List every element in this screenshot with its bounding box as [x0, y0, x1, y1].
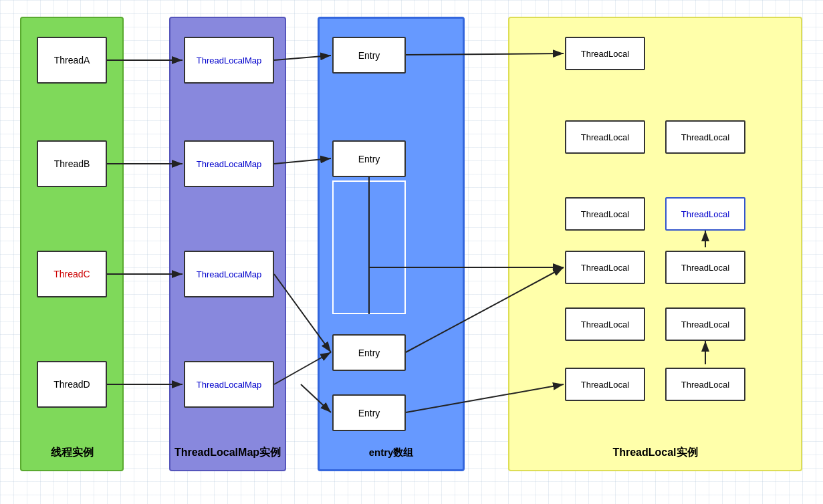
threadlocal-5-box: ThreadLocal [665, 197, 745, 231]
thread-a-label: ThreadA [54, 55, 90, 66]
threadlocal-1-box: ThreadLocal [565, 37, 645, 70]
thread-b-label: ThreadB [54, 158, 90, 169]
threadlocal-2-label: ThreadLocal [581, 132, 629, 142]
entry-1-label: Entry [358, 50, 380, 61]
threadlocal-11-box: ThreadLocal [665, 368, 745, 401]
region-yellow: ThreadLocal实例 [508, 17, 802, 471]
threadlocal-11-label: ThreadLocal [681, 380, 729, 390]
region-yellow-label: ThreadLocal实例 [509, 446, 801, 460]
entry-3-box: Entry [332, 334, 406, 371]
threadlocal-3-box: ThreadLocal [665, 120, 745, 154]
threadlocal-1-label: ThreadLocal [581, 49, 629, 59]
map-b-label: ThreadLocalMap [197, 159, 262, 169]
entry-2-label: Entry [358, 154, 380, 164]
threadlocal-7-box: ThreadLocal [665, 251, 745, 284]
map-b-box: ThreadLocalMap [184, 140, 274, 187]
threadlocal-7-label: ThreadLocal [681, 263, 729, 273]
entry-4-label: Entry [358, 408, 380, 418]
thread-c-box: ThreadC [37, 251, 107, 297]
threadlocal-4-box: ThreadLocal [565, 197, 645, 231]
threadlocal-3-label: ThreadLocal [681, 132, 729, 142]
threadlocal-6-label: ThreadLocal [581, 263, 629, 273]
threadlocal-8-label: ThreadLocal [581, 320, 629, 330]
thread-c-label: ThreadC [53, 269, 90, 279]
threadlocal-4-label: ThreadLocal [581, 209, 629, 219]
entry-3-label: Entry [358, 348, 380, 358]
map-a-box: ThreadLocalMap [184, 37, 274, 84]
thread-a-box: ThreadA [37, 37, 107, 84]
threadlocal-10-label: ThreadLocal [581, 380, 629, 390]
threadlocal-9-label: ThreadLocal [681, 320, 729, 330]
map-a-label: ThreadLocalMap [197, 55, 262, 66]
region-purple-label: ThreadLocalMap实例 [170, 446, 285, 460]
entry-1-box: Entry [332, 37, 406, 74]
thread-d-label: ThreadD [53, 379, 90, 390]
thread-b-box: ThreadB [37, 140, 107, 187]
threadlocal-5-label: ThreadLocal [681, 209, 729, 219]
threadlocal-2-box: ThreadLocal [565, 120, 645, 154]
thread-d-box: ThreadD [37, 361, 107, 408]
entry-2-box: Entry [332, 140, 406, 177]
region-green-label: 线程实例 [21, 446, 122, 460]
entry-array [332, 180, 406, 314]
threadlocal-6-box: ThreadLocal [565, 251, 645, 284]
map-d-box: ThreadLocalMap [184, 361, 274, 408]
canvas: 线程实例 ThreadLocalMap实例 entry数组 ThreadLoca… [0, 0, 823, 504]
entry-4-box: Entry [332, 394, 406, 431]
map-d-label: ThreadLocalMap [197, 380, 262, 390]
map-c-label: ThreadLocalMap [197, 269, 262, 279]
map-c-box: ThreadLocalMap [184, 251, 274, 297]
region-blue-label: entry数组 [320, 447, 463, 459]
threadlocal-10-box: ThreadLocal [565, 368, 645, 401]
threadlocal-8-box: ThreadLocal [565, 307, 645, 341]
threadlocal-9-box: ThreadLocal [665, 307, 745, 341]
